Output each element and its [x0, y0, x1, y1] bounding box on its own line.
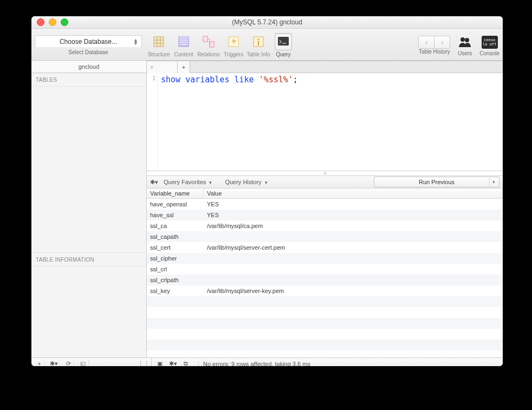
table-info-panel [31, 266, 146, 357]
cell-value [204, 253, 503, 264]
table-row[interactable] [147, 340, 503, 350]
status-message: No errors; 9 rows affected, taking 3.6 m… [198, 361, 310, 367]
pane-toggle-button[interactable]: ⋮⋮ [138, 360, 149, 367]
cell-value: /var/lib/mysql/server-key.pem [204, 285, 503, 296]
cell-variable-name: have_ssl [147, 210, 204, 220]
svg-rect-3 [210, 42, 214, 47]
add-query-tab-button[interactable]: + [178, 61, 190, 73]
table-info-icon [250, 33, 267, 50]
cell-variable-name [147, 307, 204, 318]
cell-value: YES [204, 210, 503, 220]
structure-icon [150, 33, 167, 50]
triggers-label: Triggers [224, 51, 243, 57]
structure-label: Structure [148, 51, 170, 57]
column-header-variable-name[interactable]: Variable_name [147, 188, 204, 199]
triggers-icon [225, 33, 242, 50]
cell-variable-name: have_openssl [147, 199, 204, 210]
close-tab-icon[interactable]: × [150, 64, 153, 70]
cell-value [204, 275, 503, 285]
results-settings-button[interactable]: ✱▾ [168, 360, 178, 366]
run-dropdown-button[interactable]: ▾ [489, 178, 497, 186]
titlebar[interactable]: (MySQL 5.7.24) gncloud [31, 16, 503, 29]
cell-variable-name: ssl_key [147, 285, 204, 296]
refresh-button[interactable]: ⟳ [63, 360, 74, 367]
table-info-label: Table Info [246, 51, 270, 57]
content-label: Content [174, 51, 193, 57]
cell-value [204, 329, 503, 340]
table-row[interactable]: ssl_ca/var/lib/mysql/ca.pem [147, 220, 503, 231]
connection-tabs: gncloud × + [31, 61, 503, 73]
table-row[interactable]: ssl_capath [147, 231, 503, 242]
connection-tab-label: gncloud [79, 63, 100, 70]
table-row[interactable] [147, 318, 503, 329]
table-row[interactable]: have_opensslYES [147, 199, 503, 210]
cell-value [204, 318, 503, 329]
relations-label: Relations [197, 51, 220, 57]
choose-database-select[interactable]: Choose Database... ▲▼ [35, 35, 142, 48]
query-tabs-strip: × + [147, 61, 503, 73]
table-row[interactable]: ssl_crlpath [147, 275, 503, 285]
query-favorites-button[interactable]: Query Favorites ▾ [164, 179, 212, 185]
run-previous-label: Run Previous [419, 179, 455, 185]
gear-button[interactable]: ✱▾ [48, 360, 60, 367]
image-preview-button[interactable]: ▣ [155, 360, 165, 366]
relations-icon [200, 33, 217, 50]
cell-value [204, 264, 503, 275]
cell-variable-name: ssl_cipher [147, 253, 204, 264]
table-row[interactable] [147, 307, 503, 318]
table-history-label: Table History [419, 49, 450, 55]
triggers-tool[interactable]: Triggers [221, 33, 246, 57]
chevron-down-icon: ▾ [209, 180, 212, 185]
copy-button[interactable]: ⧉ [181, 360, 191, 366]
sidebar: TABLES TABLE INFORMATION [31, 73, 147, 357]
svg-point-9 [460, 37, 465, 42]
table-row[interactable]: ssl_cert/var/lib/mysql/server-cert.pem [147, 242, 503, 253]
query-toolbar: ✱▾ Query Favorites ▾ Query History ▾ Run… [147, 176, 503, 188]
editor-code[interactable]: show variables like '%ssl%'; [158, 73, 503, 171]
table-row[interactable]: ssl_key/var/lib/mysql/server-key.pem [147, 285, 503, 296]
cell-value [204, 296, 503, 307]
editor-resize-handle[interactable] [147, 171, 503, 176]
table-row[interactable] [147, 329, 503, 340]
table-info-header: TABLE INFORMATION [31, 252, 146, 266]
cell-variable-name: ssl_crlpath [147, 275, 204, 285]
sql-editor[interactable]: 1 show variables like '%ssl%'; [147, 73, 503, 171]
history-forward-button[interactable]: › [434, 36, 450, 49]
query-settings-button[interactable]: ✱▾ [150, 179, 158, 186]
svg-rect-0 [154, 37, 164, 47]
cell-value: YES [204, 199, 503, 210]
tables-list[interactable] [31, 87, 146, 252]
table-row[interactable] [147, 350, 503, 357]
cell-variable-name [147, 329, 204, 340]
console-tool[interactable]: console off Console [479, 34, 499, 56]
plus-icon: + [182, 64, 185, 70]
table-history-nav: ‹ › [418, 36, 450, 49]
status-bar: ＋ ✱▾ ⟳ ◱ ⋮⋮ ▣ ✱▾ ⧉ No errors; 9 rows aff… [31, 357, 503, 366]
query-tab-1[interactable]: × [147, 61, 178, 73]
query-history-button[interactable]: Query History ▾ [225, 179, 267, 185]
svg-rect-2 [203, 36, 207, 42]
collapse-button[interactable]: ◱ [77, 360, 89, 367]
table-row[interactable] [147, 296, 503, 307]
cell-value [204, 231, 503, 242]
select-database-caption: Select Database [68, 49, 108, 55]
relations-tool[interactable]: Relations [196, 33, 221, 57]
run-previous-button[interactable]: Run Previous ▾ [374, 177, 499, 187]
users-tool[interactable]: Users [457, 34, 473, 56]
connection-tab-gncloud[interactable]: gncloud [31, 61, 147, 73]
column-header-value[interactable]: Value [204, 188, 503, 199]
users-icon [457, 34, 473, 50]
content-tool[interactable]: Content [171, 33, 196, 57]
structure-tool[interactable]: Structure [146, 33, 171, 57]
table-row[interactable]: have_sslYES [147, 210, 503, 220]
svg-rect-7 [258, 41, 259, 45]
results-table[interactable]: Variable_name Value have_opensslYEShave_… [147, 188, 503, 357]
query-tool[interactable]: Query [271, 33, 296, 57]
cell-value [204, 340, 503, 350]
table-row[interactable]: ssl_crl [147, 264, 503, 275]
table-row[interactable]: ssl_cipher [147, 253, 503, 264]
history-back-button[interactable]: ‹ [418, 36, 434, 49]
cell-variable-name: ssl_capath [147, 231, 204, 242]
add-button[interactable]: ＋ [34, 360, 45, 367]
table-info-tool[interactable]: Table Info [246, 33, 271, 57]
